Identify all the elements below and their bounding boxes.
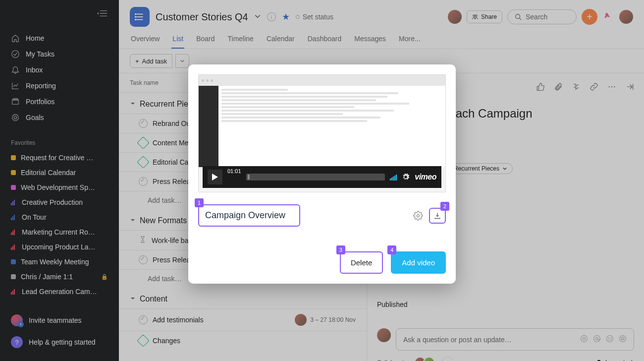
volume-icon[interactable] (390, 174, 397, 180)
download-icon (433, 212, 441, 220)
video-modal: 01:01 vimeo 1 Campaign Overview 2 (188, 64, 456, 284)
delete-button[interactable]: Delete (340, 251, 383, 274)
vimeo-logo[interactable]: vimeo (415, 173, 436, 181)
video-player[interactable]: 01:01 vimeo (198, 74, 446, 192)
annotation-badge-4: 4 (387, 245, 396, 254)
settings-icon[interactable] (413, 211, 423, 221)
video-settings-icon[interactable] (402, 173, 410, 181)
annotation-badge-2: 2 (440, 202, 449, 211)
video-time: 01:01 (227, 168, 241, 174)
play-button[interactable] (208, 170, 222, 184)
video-progress-bar[interactable] (246, 174, 385, 180)
annotation-badge-1: 1 (195, 198, 204, 207)
annotation-badge-3: 3 (336, 245, 345, 254)
video-title-input[interactable]: Campaign Overview (198, 204, 300, 227)
svg-point-26 (417, 214, 420, 217)
add-video-button[interactable]: Add video (391, 251, 446, 274)
